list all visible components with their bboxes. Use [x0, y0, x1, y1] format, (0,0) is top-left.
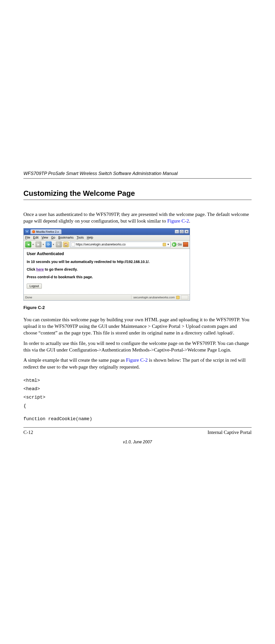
click-pre: Click — [27, 267, 36, 271]
browser-titlebar: ▾ Mozilla Firefox 2.x – ▢ ✕ — [24, 228, 190, 235]
chapter-name: Internal Captive Portal — [208, 430, 252, 435]
browser-statusbar: Done securelogin.arubanetworks.com — [24, 294, 190, 300]
code-blank — [23, 410, 252, 415]
url-dropdown-icon[interactable]: ▼ — [167, 243, 169, 246]
maximize-button[interactable]: ▢ — [180, 230, 184, 233]
url-bar[interactable]: https://securelogin.arubanetworks.co ▼ — [70, 242, 171, 247]
click-line: Click here to go there directly. — [27, 267, 187, 271]
back-dropdown-icon[interactable]: ▼ — [32, 243, 34, 246]
bookmark-icon[interactable] — [183, 242, 188, 247]
bookmark-line: Press control-d to bookmark this page. — [27, 275, 187, 279]
menu-bookmarks[interactable]: Bookmarks — [58, 236, 74, 239]
menu-edit[interactable]: Edit — [33, 236, 38, 239]
p4-text-1: A simple example that will create the sa… — [23, 357, 126, 363]
code-line-2: <head> — [23, 385, 252, 393]
menu-tools[interactable]: Tools — [77, 236, 84, 239]
reload-button[interactable] — [46, 241, 52, 247]
logout-button[interactable]: Logout — [27, 284, 42, 289]
titlebar-dropdown-icon[interactable]: ▾ — [25, 229, 29, 234]
status-right-group: securelogin.arubanetworks.com — [131, 295, 188, 299]
code-line-4: { — [23, 402, 252, 410]
figure-link-1[interactable]: Figure C-2 — [167, 218, 189, 224]
click-post: to go there directly. — [44, 267, 78, 271]
menu-file[interactable]: File — [25, 236, 30, 239]
running-header: WFS709TP ProSafe Smart Wireless Switch S… — [23, 171, 252, 179]
home-button[interactable]: 🏠 — [63, 242, 69, 247]
auth-title: User Authenticated — [27, 252, 187, 256]
figure-link-2[interactable]: Figure C-2 — [126, 357, 148, 363]
page-icon — [71, 243, 75, 246]
stop-button[interactable] — [56, 241, 62, 247]
code-line-5: function readCookie(name) — [23, 415, 252, 423]
page-footer: C-12 Internal Captive Portal — [23, 427, 252, 435]
redirect-line: In 10 seconds you will be automatically … — [27, 260, 187, 264]
browser-window: ▾ Mozilla Firefox 2.x – ▢ ✕ File Edit Vi… — [23, 228, 190, 301]
intro-paragraph: Once a user has authenticated to the WFS… — [23, 211, 252, 225]
code-block: <html> <head> <script> { function readCo… — [23, 376, 252, 423]
paragraph-4: A simple example that will create the sa… — [23, 357, 252, 370]
intro-text-1: Once a user has authenticated to the WFS… — [23, 212, 249, 224]
version-line: v1.0, June 2007 — [23, 440, 252, 444]
status-left: Done — [25, 296, 32, 299]
status-lock-icon — [176, 296, 180, 299]
browser-tab[interactable]: Mozilla Firefox 2.x — [30, 229, 62, 234]
go-button[interactable]: ▶ — [172, 242, 176, 247]
here-link[interactable]: here — [36, 267, 44, 271]
lock-icon — [163, 243, 166, 246]
browser-toolbar: ▼ ▼ ▼ 🏠 https://securelogin.arubanetwork… — [24, 241, 190, 249]
menu-go[interactable]: Go — [51, 236, 55, 239]
forward-dropdown-icon[interactable]: ▼ — [42, 243, 44, 246]
code-line-1: <html> — [23, 376, 252, 385]
close-button[interactable]: ✕ — [184, 230, 189, 233]
reload-dropdown-icon[interactable]: ▼ — [52, 243, 54, 246]
browser-menubar: File Edit View Go Bookmarks Tools Help — [24, 235, 190, 241]
paragraph-2: You can customize this welcome page by b… — [23, 316, 252, 336]
go-label: Go — [178, 243, 182, 246]
intro-text-2: . — [189, 218, 190, 224]
forward-button[interactable] — [35, 241, 42, 247]
url-text: https://securelogin.arubanetworks.co — [76, 243, 162, 246]
figure-caption: Figure C-2 — [23, 305, 252, 310]
browser-content: User Authenticated In 10 seconds you wil… — [24, 249, 190, 294]
menu-view[interactable]: View — [42, 236, 48, 239]
minimize-button[interactable]: – — [175, 230, 179, 233]
section-title: Customizing the Welcome Page — [23, 189, 252, 200]
tab-title: Mozilla Firefox 2.x — [36, 230, 59, 233]
menu-help[interactable]: Help — [87, 236, 93, 239]
status-domain: securelogin.arubanetworks.com — [133, 296, 175, 299]
window-buttons: – ▢ ✕ — [175, 230, 189, 233]
code-line-3: <script> — [23, 393, 252, 402]
firefox-icon — [32, 230, 35, 233]
paragraph-3: In order to actually use this file, you … — [23, 340, 252, 354]
back-button[interactable] — [25, 241, 31, 247]
page-number: C-12 — [23, 430, 33, 435]
status-box-icon — [181, 295, 188, 299]
